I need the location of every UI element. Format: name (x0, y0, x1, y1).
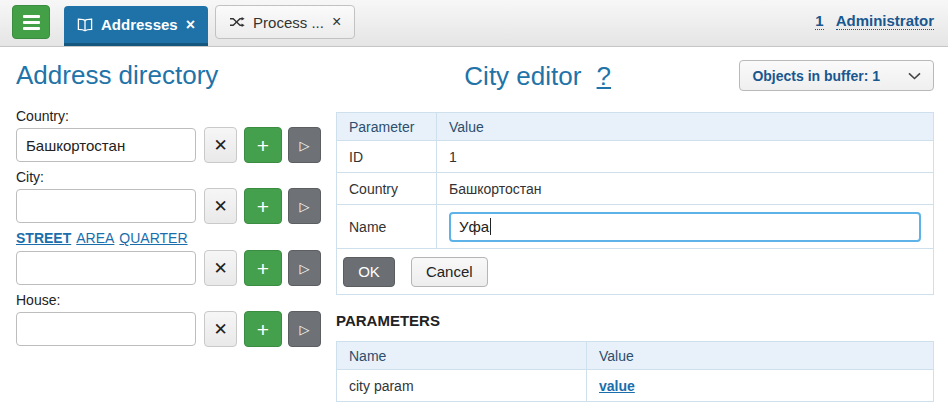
help-link[interactable]: ? (597, 61, 611, 91)
street-select-button[interactable]: ▷ (288, 250, 321, 286)
parameters-table: Name Value city param value (336, 341, 934, 402)
city-add-button[interactable]: + (244, 188, 282, 224)
chevron-down-icon (908, 72, 921, 80)
table-row-country: Country Башкортостан (337, 173, 934, 205)
close-icon[interactable]: × (186, 17, 195, 33)
country-select-button[interactable]: ▷ (288, 127, 321, 163)
country-input[interactable] (16, 128, 196, 162)
area-link[interactable]: AREA (76, 230, 114, 246)
street-clear-button[interactable]: ✕ (204, 250, 237, 286)
table-row-city-param: city param value (337, 370, 934, 402)
param-cell: Name (337, 205, 437, 249)
objects-in-buffer-dropdown[interactable]: Objects in buffer: 1 (739, 60, 934, 91)
shuffle-icon (229, 16, 245, 28)
param-cell: ID (337, 141, 437, 173)
quarter-link[interactable]: QUARTER (119, 230, 187, 246)
tab-label: Addresses (101, 16, 178, 33)
column-header-parameter: Parameter (337, 113, 437, 141)
country-add-button[interactable]: + (244, 127, 282, 163)
cancel-button[interactable]: Cancel (411, 257, 488, 287)
city-editor-panel: City editor ? Objects in buffer: 1 Param… (330, 47, 948, 402)
city-editor-title-row: City editor ? (336, 60, 739, 92)
tab-process[interactable]: Process ... × (215, 5, 355, 39)
param-cell: Country (337, 173, 437, 205)
value-cell: 1 (437, 141, 934, 173)
house-select-button[interactable]: ▷ (288, 311, 321, 347)
city-label: City: (16, 169, 330, 185)
text-caret (490, 218, 491, 235)
param-name-cell: city param (337, 370, 587, 402)
buffer-label: Objects in buffer: 1 (752, 68, 880, 84)
user-area: 1 Administrator (815, 12, 934, 30)
hamburger-icon (23, 15, 40, 30)
city-select-button[interactable]: ▷ (288, 188, 321, 224)
close-icon[interactable]: × (332, 14, 341, 30)
username-link[interactable]: Administrator (836, 12, 934, 30)
session-count-link[interactable]: 1 (815, 12, 823, 30)
address-directory-panel: Address directory Country: ✕ + ▷ City: ✕… (0, 47, 330, 353)
parameters-heading: PARAMETERS (336, 312, 934, 329)
tab-addresses[interactable]: Addresses × (64, 6, 208, 46)
param-value-link[interactable]: value (599, 378, 635, 394)
name-input[interactable]: Уфа (449, 212, 921, 242)
house-field-group: House: ✕ + ▷ (16, 292, 330, 347)
app-window: Addresses × Process ... × 1 Administrato… (0, 0, 948, 410)
menu-button[interactable] (12, 5, 50, 39)
ok-button[interactable]: OK (343, 257, 395, 287)
country-field-group: Country: ✕ + ▷ (16, 108, 330, 163)
street-add-button[interactable]: + (244, 250, 282, 286)
street-input[interactable] (16, 251, 196, 285)
country-clear-button[interactable]: ✕ (204, 127, 237, 163)
city-field-group: City: ✕ + ▷ (16, 169, 330, 224)
name-input-value: Уфа (459, 218, 489, 235)
column-header-value: Value (437, 113, 934, 141)
table-footer-row: OK Cancel (337, 249, 934, 295)
table-row-id: ID 1 (337, 141, 934, 173)
street-field-group: STREETAREAQUARTER ✕ + ▷ (16, 230, 330, 286)
house-input[interactable] (16, 312, 196, 346)
table-row-name: Name Уфа (337, 205, 934, 249)
house-label: House: (16, 292, 330, 308)
house-clear-button[interactable]: ✕ (204, 311, 237, 347)
city-editor-title: City editor (464, 61, 581, 91)
country-label: Country: (16, 108, 330, 124)
value-cell: Башкортостан (437, 173, 934, 205)
city-clear-button[interactable]: ✕ (204, 188, 237, 224)
book-icon (77, 18, 93, 32)
street-mode-links: STREETAREAQUARTER (16, 230, 330, 246)
column-header-value: Value (587, 342, 934, 370)
column-header-name: Name (337, 342, 587, 370)
page-title: Address directory (16, 60, 330, 91)
city-input[interactable] (16, 189, 196, 223)
street-link[interactable]: STREET (16, 230, 71, 246)
tab-label: Process ... (253, 14, 324, 31)
topbar: Addresses × Process ... × 1 Administrato… (0, 0, 948, 47)
house-add-button[interactable]: + (244, 311, 282, 347)
param-value-cell: value (587, 370, 934, 402)
city-editor-table: Parameter Value ID 1 Country Башкортоста… (336, 112, 934, 295)
